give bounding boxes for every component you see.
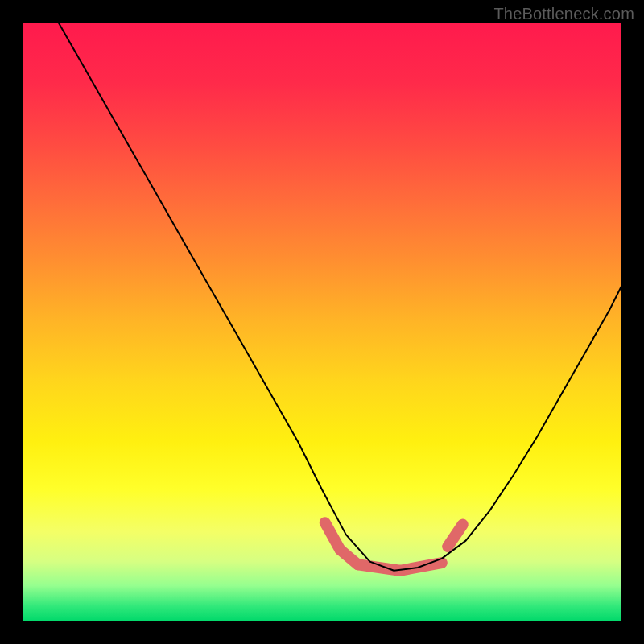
chart-frame: TheBottleneck.com (0, 0, 644, 644)
bottleneck-curve (23, 23, 621, 621)
svg-line-5 (448, 525, 463, 547)
optimal-zone-highlight (325, 522, 463, 571)
curve-path (59, 23, 621, 571)
watermark-text: TheBottleneck.com (493, 5, 634, 23)
plot-area (23, 23, 621, 621)
